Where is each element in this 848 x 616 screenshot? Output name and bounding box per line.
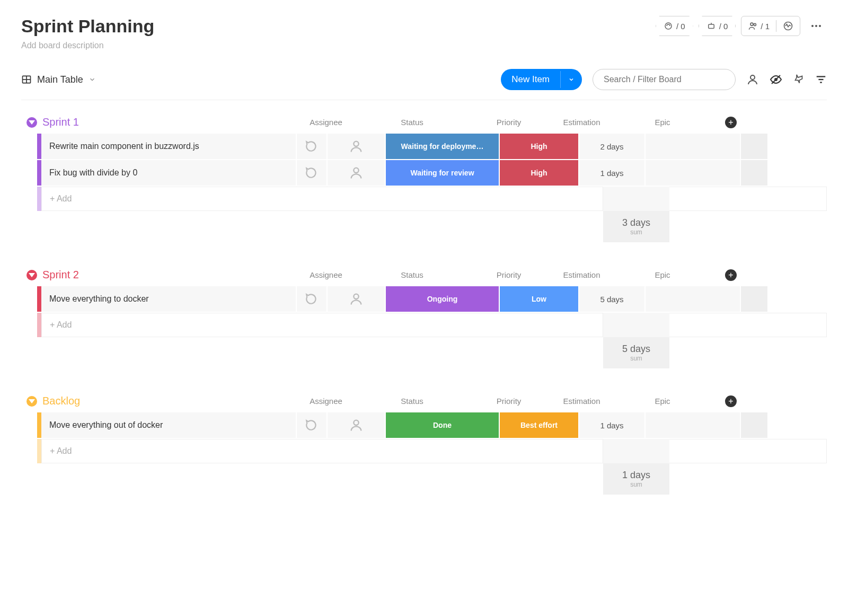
group: Backlog Assignee Status Priority Estimat… <box>21 395 827 495</box>
column-header-priority[interactable]: Priority <box>469 118 549 127</box>
status-cell[interactable]: Ongoing <box>386 286 500 312</box>
add-row-estimation-gap <box>603 313 669 337</box>
item-name[interactable]: Rewrite main component in buzzword.js <box>41 134 297 159</box>
filter-icon <box>815 74 827 85</box>
add-item-label: + Add <box>41 313 603 337</box>
estimation-cell[interactable]: 5 days <box>579 286 646 312</box>
activity-button[interactable] <box>776 17 800 34</box>
comment-button[interactable] <box>297 160 328 186</box>
assignee-cell[interactable] <box>328 160 386 186</box>
estimation-cell[interactable]: 1 days <box>579 412 646 438</box>
person-filter-button[interactable] <box>746 73 759 86</box>
estimation-cell[interactable]: 2 days <box>579 134 646 159</box>
add-row-estimation-gap <box>603 439 669 463</box>
priority-cell[interactable]: High <box>500 160 579 186</box>
add-item-label: + Add <box>41 187 603 211</box>
column-header-epic[interactable]: Epic <box>615 397 710 406</box>
column-header-status[interactable]: Status <box>355 270 469 279</box>
bot-count-value: / 0 <box>719 22 728 31</box>
column-header-status[interactable]: Status <box>355 397 469 406</box>
comment-button[interactable] <box>297 412 328 438</box>
chat-icon <box>305 166 319 180</box>
filter-button[interactable] <box>815 74 827 85</box>
estimation-cell[interactable]: 1 days <box>579 160 646 186</box>
add-item-row[interactable]: + Add <box>37 187 827 211</box>
add-column-button[interactable]: + <box>725 395 737 407</box>
members-button[interactable]: / 1 <box>741 17 776 34</box>
row-end <box>741 160 767 186</box>
table-row[interactable]: Move everything to docker Ongoing Low 5 … <box>37 286 827 313</box>
bot-count-button[interactable]: / 0 <box>699 16 736 36</box>
epic-cell[interactable] <box>646 286 741 312</box>
row-color-bar <box>37 187 41 211</box>
priority-cell[interactable]: High <box>500 134 579 159</box>
add-item-row[interactable]: + Add <box>37 313 827 337</box>
plugin-count-button[interactable]: / 0 <box>656 16 693 36</box>
column-header-estimation[interactable]: Estimation <box>549 270 615 279</box>
board-title[interactable]: Sprint Planning <box>21 16 154 37</box>
svg-point-7 <box>815 25 817 27</box>
priority-cell[interactable]: Best effort <box>500 412 579 438</box>
view-name: Main Table <box>37 74 83 85</box>
members-icon <box>748 21 758 31</box>
epic-cell[interactable] <box>646 134 741 159</box>
column-header-status[interactable]: Status <box>355 118 469 127</box>
chevron-down-icon <box>29 273 35 277</box>
group: Sprint 1 Assignee Status Priority Estima… <box>21 116 827 242</box>
status-cell[interactable]: Waiting for review <box>386 160 500 186</box>
priority-cell[interactable]: Low <box>500 286 579 312</box>
svg-point-3 <box>750 23 753 25</box>
activity-icon <box>783 21 793 31</box>
new-item-dropdown[interactable] <box>560 71 582 88</box>
column-header-assignee[interactable]: Assignee <box>297 270 355 279</box>
row-color-bar <box>37 134 41 159</box>
summary-value: 5 days <box>603 344 669 355</box>
chevron-down-icon <box>568 76 575 83</box>
assignee-cell[interactable] <box>328 286 386 312</box>
assignee-cell[interactable] <box>328 134 386 159</box>
column-header-epic[interactable]: Epic <box>615 118 710 127</box>
assignee-cell[interactable] <box>328 412 386 438</box>
hide-button[interactable] <box>770 73 782 86</box>
header-actions: / 0 / 0 / 1 <box>656 16 827 36</box>
column-header-assignee[interactable]: Assignee <box>297 118 355 127</box>
collapse-toggle[interactable] <box>26 396 37 407</box>
more-options-button[interactable] <box>806 20 827 32</box>
comment-button[interactable] <box>297 286 328 312</box>
column-header-estimation[interactable]: Estimation <box>549 118 615 127</box>
search-input[interactable] <box>593 69 736 90</box>
column-header-priority[interactable]: Priority <box>469 397 549 406</box>
summary-value: 1 days <box>603 470 669 481</box>
table-row[interactable]: Move everything out of docker Done Best … <box>37 412 827 439</box>
summary-label: sum <box>603 355 669 362</box>
collapse-toggle[interactable] <box>26 270 37 280</box>
table-row[interactable]: Rewrite main component in buzzword.js Wa… <box>37 134 827 160</box>
column-header-assignee[interactable]: Assignee <box>297 397 355 406</box>
group-name[interactable]: Sprint 2 <box>42 269 79 281</box>
pin-button[interactable] <box>793 74 805 85</box>
epic-cell[interactable] <box>646 412 741 438</box>
group-name[interactable]: Backlog <box>42 395 80 407</box>
header-toolbar: / 1 <box>741 16 800 36</box>
item-name[interactable]: Fix bug with divide by 0 <box>41 160 297 186</box>
board-description[interactable]: Add board description <box>21 41 154 50</box>
chevron-down-icon <box>89 76 96 83</box>
add-item-row[interactable]: + Add <box>37 439 827 463</box>
item-name[interactable]: Move everything to docker <box>41 286 297 312</box>
column-header-priority[interactable]: Priority <box>469 270 549 279</box>
add-column-button[interactable]: + <box>725 269 737 281</box>
table-row[interactable]: Fix bug with divide by 0 Waiting for rev… <box>37 160 827 187</box>
column-header-epic[interactable]: Epic <box>615 270 710 279</box>
item-name[interactable]: Move everything out of docker <box>41 412 297 438</box>
new-item-button[interactable]: New Item <box>501 69 582 90</box>
column-header-estimation[interactable]: Estimation <box>549 397 615 406</box>
add-column-button[interactable]: + <box>725 117 737 128</box>
group-name[interactable]: Sprint 1 <box>42 116 79 128</box>
comment-button[interactable] <box>297 134 328 159</box>
svg-point-19 <box>354 168 358 173</box>
status-cell[interactable]: Done <box>386 412 500 438</box>
view-selector[interactable]: Main Table <box>21 74 96 85</box>
status-cell[interactable]: Waiting for deployme… <box>386 134 500 159</box>
collapse-toggle[interactable] <box>26 117 37 128</box>
epic-cell[interactable] <box>646 160 741 186</box>
